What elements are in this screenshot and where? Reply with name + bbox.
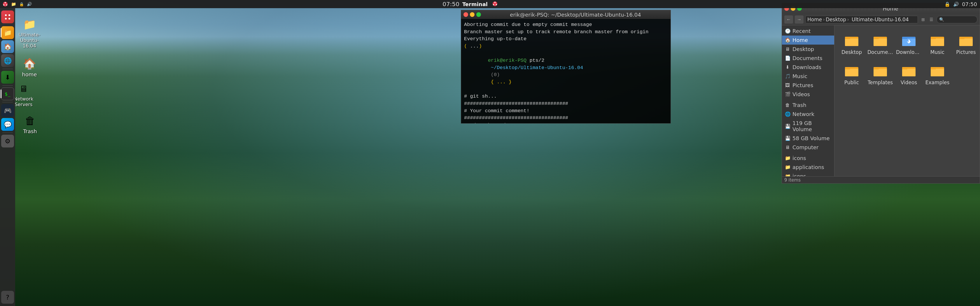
fm-sidebar-trash[interactable]: 🗑 Trash: [782, 100, 834, 109]
svg-rect-27: [959, 38, 973, 46]
fm-back-btn[interactable]: ←: [784, 16, 793, 24]
desktop-icon-ubuntu[interactable]: 📁 Ultimate-Ubuntu-16.04: [16, 17, 43, 49]
fm-file-music[interactable]: Music: [924, 29, 951, 57]
volume119-icon: 💾: [785, 124, 790, 129]
svg-point-7: [493, 4, 494, 5]
folder-videos-icon: [900, 62, 917, 78]
dock-item-steam[interactable]: 🎮: [1, 104, 14, 117]
fm-file-grid: Desktop Documents: [837, 28, 977, 89]
desktop-icon-trash[interactable]: 🗑 Trash: [17, 114, 43, 134]
fm-list-view-btn[interactable]: ☰: [928, 16, 935, 23]
fm-sidebar-desktop[interactable]: 🖥 Desktop: [782, 44, 834, 54]
terminal-window: erik@erik-PSQ: ~/Desktop/Ultimate-Ubuntu…: [461, 10, 671, 124]
breadcrumb-current[interactable]: Ultimate-Ubuntu-16.04: [850, 16, 911, 23]
fm-body: 🕐 Recent 🏠 Home 🖥 Desktop 📄 Documents ⬇: [782, 25, 980, 176]
fm-grid-view-btn[interactable]: ⊞: [920, 16, 927, 23]
dock-item-home[interactable]: 🏠: [1, 40, 14, 53]
fm-file-templates[interactable]: Templates: [867, 60, 893, 88]
svg-point-5: [495, 2, 496, 3]
fm-view-icons: ⊞ ☰: [920, 16, 935, 23]
fm-file-videos[interactable]: Videos: [896, 60, 922, 88]
breadcrumb-desktop[interactable]: Desktop: [826, 17, 846, 22]
fm-sidebar-volume-58[interactable]: 💾 58 GB Volume: [782, 134, 834, 143]
volume-tray-icon[interactable]: 🔊: [953, 2, 959, 7]
files-icon[interactable]: 📁: [11, 1, 16, 7]
dock-item-help[interactable]: ?: [1, 291, 14, 304]
app-name-label: Terminal: [462, 1, 488, 7]
svg-rect-28: [959, 37, 964, 39]
fm-file-desktop[interactable]: Desktop: [838, 29, 865, 57]
dock-separator-4: [2, 133, 13, 133]
fm-file-documents[interactable]: Documents: [867, 29, 893, 57]
desktop-sidebar-icon: 🖥: [785, 46, 790, 52]
unity-dash-button[interactable]: [1, 11, 14, 23]
fm-sidebar-music[interactable]: 🎵 Music: [782, 72, 834, 81]
dock-separator-3: [2, 102, 13, 102]
network-sidebar-label: Network: [792, 111, 815, 117]
breadcrumb-home[interactable]: Home: [807, 17, 822, 22]
fm-toolbar: ← → Home › Desktop › Ultimate-Ubuntu-16.…: [782, 14, 980, 25]
fm-sidebar-videos[interactable]: 🎬 Videos: [782, 90, 834, 99]
terminal-close-btn[interactable]: [463, 12, 468, 17]
downloads-sidebar-icon: ⬇: [785, 64, 790, 70]
videos-sidebar-label: Videos: [792, 91, 810, 97]
dock-item-settings[interactable]: ⚙: [1, 135, 14, 147]
dock-item-terminal[interactable]: $_: [1, 87, 14, 100]
folder-documents-icon: [872, 32, 888, 48]
home-sidebar-label: Home: [792, 37, 808, 43]
fm-content[interactable]: Desktop Documents: [834, 25, 980, 176]
dock-item-files[interactable]: 📁: [1, 26, 14, 39]
fm-sidebar-volume-119[interactable]: 💾 119 GB Volume: [782, 119, 834, 134]
svg-rect-25: [931, 37, 936, 39]
dock-item-download[interactable]: ⬇: [1, 71, 14, 84]
terminal-body[interactable]: Aborting commit due to empty commit mess…: [461, 19, 671, 123]
documents-sidebar-label: Documents: [792, 55, 822, 61]
fm-file-examples[interactable]: Examples: [924, 60, 951, 88]
network-tray-icon[interactable]: 🔒: [944, 2, 951, 7]
fm-sidebar-bookmark-applications[interactable]: 📁 applications: [782, 163, 834, 172]
fm-sidebar-pictures[interactable]: 🖼 Pictures: [782, 81, 834, 90]
svg-point-2: [6, 5, 7, 6]
fm-forward-btn[interactable]: →: [795, 16, 803, 24]
volume-icon[interactable]: 🔊: [27, 2, 32, 6]
term-line-5: erik@erik-PSQ pts/2 ~/Desktop/Ultimate-U…: [464, 50, 668, 93]
desktop-file-label: Desktop: [842, 49, 862, 55]
fm-sidebar-bookmark-icons1[interactable]: 📁 icons: [782, 154, 834, 163]
network-icon[interactable]: 🔒: [19, 1, 24, 7]
bookmark1-label: icons: [792, 155, 806, 161]
ubuntu-logo[interactable]: [2, 1, 8, 7]
bookmark3-label: icons: [792, 173, 806, 176]
svg-point-8: [5, 14, 7, 16]
music-sidebar-icon: 🎵: [785, 73, 790, 79]
fm-search-box[interactable]: 🔍: [937, 16, 977, 23]
dock-item-network[interactable]: 🌐: [1, 54, 14, 67]
term-line-3: Everything up-to-date: [464, 36, 668, 43]
fm-sidebar-home[interactable]: 🏠 Home: [782, 36, 834, 44]
terminal-minimize-btn[interactable]: [470, 12, 474, 17]
examples-file-label: Examples: [926, 79, 950, 86]
folder-public-icon: [843, 62, 860, 78]
terminal-maximize-btn[interactable]: [476, 12, 481, 17]
fm-file-downloads[interactable]: Downloads: [896, 29, 922, 57]
computer-sidebar-label: Computer: [792, 144, 818, 151]
fm-file-pictures[interactable]: Pictures: [953, 29, 979, 57]
home-icon: 🏠: [22, 57, 37, 71]
fm-sidebar-documents[interactable]: 📄 Documents: [782, 54, 834, 63]
folder-templates-icon: [872, 62, 888, 78]
svg-rect-14: [845, 37, 850, 39]
desktop-icon-home[interactable]: 🏠 home: [16, 57, 43, 78]
fm-sidebar-bookmark-icons2[interactable]: 📁 icons: [782, 172, 834, 176]
fm-sidebar-computer[interactable]: 🖥 Computer: [782, 143, 834, 152]
fm-sidebar: 🕐 Recent 🏠 Home 🖥 Desktop 📄 Documents ⬇: [782, 25, 834, 176]
right-ubuntu-logo[interactable]: [492, 1, 499, 7]
fm-address-bar[interactable]: Home › Desktop › Ultimate-Ubuntu-16.04: [805, 16, 918, 23]
dock-item-skype[interactable]: 💬: [1, 118, 14, 131]
svg-rect-39: [931, 69, 944, 76]
volume58-icon: 💾: [785, 135, 790, 141]
pictures-sidebar-label: Pictures: [792, 82, 813, 88]
network-servers-icon: 🖥: [17, 82, 30, 95]
fm-sidebar-network[interactable]: 🌐 Network: [782, 109, 834, 119]
fm-sidebar-recent[interactable]: 🕐 Recent: [782, 27, 834, 36]
fm-file-public[interactable]: Public: [838, 60, 865, 88]
fm-sidebar-downloads[interactable]: ⬇ Downloads: [782, 63, 834, 72]
